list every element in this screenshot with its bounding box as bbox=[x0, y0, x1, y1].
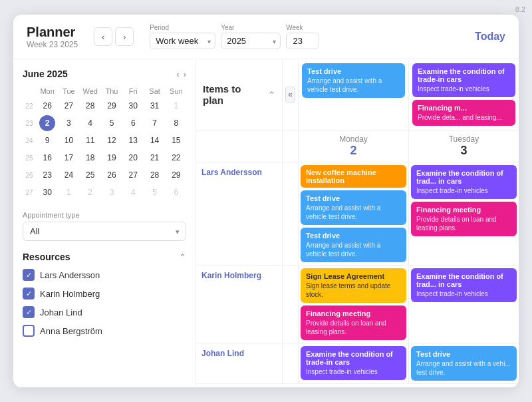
planner-title-block: Planner Week 23 2025 bbox=[27, 25, 78, 49]
spacer-col-johan bbox=[283, 343, 299, 383]
cal-day[interactable]: 17 bbox=[61, 150, 76, 166]
event-card-karin-financing[interactable]: Financing meeting Provide details on loa… bbox=[301, 305, 406, 340]
cal-day[interactable]: 29 bbox=[104, 98, 120, 114]
cal-day[interactable]: 3 bbox=[104, 184, 120, 200]
event-card-financing-top-tuesday[interactable]: Financing m... Provide deta... and leasi… bbox=[412, 100, 515, 126]
cal-prev-btn[interactable]: ‹ bbox=[176, 69, 179, 79]
resource-item-lars[interactable]: ✓ Lars Andersson bbox=[23, 269, 186, 281]
event-card-karin-sign-lease[interactable]: Sign Lease Agreement Sign lease terms an… bbox=[301, 268, 406, 303]
year-label: Year bbox=[221, 24, 281, 31]
cal-day[interactable]: 1 bbox=[61, 184, 76, 200]
event-card-lars-test-drive-1[interactable]: Test drive Arrange and assist with a veh… bbox=[301, 190, 406, 225]
appointment-type-select[interactable]: All Service Test Drive Financing bbox=[23, 222, 186, 241]
cal-day[interactable]: 26 bbox=[104, 167, 120, 183]
cal-day[interactable]: 28 bbox=[82, 98, 98, 114]
calendar-grid: Mon Tue Wed Thu Fri Sat Sun 22 26 27 28 … bbox=[23, 86, 186, 202]
week-input[interactable] bbox=[286, 33, 319, 49]
cal-day[interactable]: 5 bbox=[147, 184, 163, 200]
resource-checkbox-lars[interactable]: ✓ bbox=[23, 269, 35, 281]
cal-day[interactable]: 16 bbox=[39, 150, 55, 166]
cal-next-btn[interactable]: › bbox=[184, 69, 186, 79]
cal-day[interactable]: 30 bbox=[39, 184, 55, 200]
tuesday-top-events-col: Examine the condition of trade-in cars I… bbox=[409, 59, 519, 130]
event-card-johan-examine[interactable]: Examine the condition of trade-in cars I… bbox=[301, 346, 406, 380]
cal-day[interactable]: 31 bbox=[147, 98, 163, 114]
karin-tuesday-col: Examine the condition of trad... in cars… bbox=[409, 266, 519, 343]
cal-day[interactable]: 24 bbox=[61, 167, 76, 183]
event-card-lars-examine[interactable]: Examine the condition of trad... in cars… bbox=[411, 165, 517, 199]
prev-button[interactable]: ‹ bbox=[94, 27, 112, 46]
week-label: Week bbox=[286, 24, 319, 31]
event-card-karin-examine[interactable]: Examine the condition of trad... in cars… bbox=[411, 268, 517, 302]
event-card-lars-test-drive-2[interactable]: Test drive Arrange and assist with a veh… bbox=[301, 228, 406, 262]
cal-day[interactable]: 30 bbox=[125, 98, 141, 114]
cal-day[interactable]: 22 bbox=[168, 150, 184, 166]
event-card-title: Examine the condition of trad... in cars bbox=[416, 272, 511, 288]
cal-day[interactable]: 18 bbox=[82, 150, 98, 166]
cal-day[interactable]: 23 bbox=[39, 167, 55, 183]
cal-day[interactable]: 21 bbox=[147, 150, 163, 166]
cal-day[interactable]: 12 bbox=[104, 132, 120, 148]
cal-day[interactable]: 20 bbox=[125, 150, 141, 166]
checkmark-icon: ✓ bbox=[26, 290, 32, 298]
items-to-plan-collapse-button[interactable]: ⌃ bbox=[268, 90, 275, 100]
resource-item-karin[interactable]: ✓ Karin Holmberg bbox=[23, 288, 186, 300]
cal-day[interactable]: 14 bbox=[147, 132, 163, 148]
cal-day[interactable]: 7 bbox=[147, 115, 163, 131]
spacer-col-lars bbox=[283, 162, 299, 265]
resource-name-col-karin: Karin Holmberg bbox=[196, 266, 283, 343]
cal-day[interactable]: 29 bbox=[168, 167, 184, 183]
cal-day[interactable]: 9 bbox=[39, 132, 55, 148]
resource-name-col-johan: Johan Lind bbox=[196, 343, 283, 383]
cal-day-today[interactable]: 2 bbox=[39, 115, 55, 131]
event-card-title: Test drive bbox=[416, 350, 511, 358]
resources-toggle-button[interactable]: ⌃ bbox=[179, 252, 186, 262]
cal-day[interactable]: 6 bbox=[125, 115, 141, 131]
cal-day[interactable]: 8 bbox=[168, 115, 184, 131]
cal-day[interactable]: 26 bbox=[39, 98, 55, 114]
year-select[interactable]: 2025 2024 bbox=[221, 33, 281, 49]
cal-day[interactable]: 28 bbox=[147, 167, 163, 183]
cal-day[interactable]: 15 bbox=[168, 132, 184, 148]
event-card-johan-test-drive[interactable]: Test drive Arrange and assist with a veh… bbox=[411, 346, 517, 381]
cal-day[interactable]: 4 bbox=[82, 115, 98, 131]
orange-banner-coffee[interactable]: New coffee machine installation bbox=[301, 165, 406, 188]
today-button[interactable]: Today bbox=[475, 31, 505, 43]
resource-checkbox-anna[interactable] bbox=[23, 325, 35, 337]
resource-person-name-karin[interactable]: Karin Holmberg bbox=[201, 271, 261, 280]
event-card-desc: Arrange and assist with a vehicle test d… bbox=[306, 204, 401, 221]
cal-day[interactable]: 25 bbox=[82, 167, 98, 183]
event-card-title: Examine the condition of trad... in cars bbox=[416, 169, 511, 185]
cal-week-25: 25 16 17 18 19 20 21 22 bbox=[23, 150, 186, 166]
resource-person-name-johan[interactable]: Johan Lind bbox=[201, 349, 244, 358]
resource-item-anna[interactable]: Anna Bergström bbox=[23, 325, 186, 337]
resource-person-name-lars[interactable]: Lars Andersson bbox=[201, 168, 262, 177]
next-button[interactable]: › bbox=[115, 27, 134, 46]
resource-checkbox-johan[interactable]: ✓ bbox=[23, 306, 35, 318]
event-card-lars-financing[interactable]: Financing meeting Provide details on loa… bbox=[411, 202, 517, 236]
planner-container: Planner Week 23 2025 ‹ › Period Work wee… bbox=[13, 15, 519, 387]
day-name-tuesday: Tuesday bbox=[412, 134, 516, 144]
cal-day[interactable]: 5 bbox=[104, 115, 120, 131]
resource-row-karin: Karin Holmberg Sign Lease Agreement Sign… bbox=[196, 266, 519, 343]
cal-day[interactable]: 10 bbox=[61, 132, 76, 148]
cal-day[interactable]: 13 bbox=[125, 132, 141, 148]
period-select[interactable]: Work week Full week bbox=[150, 33, 215, 49]
cal-week-num-23: 23 bbox=[23, 115, 36, 131]
cal-day[interactable]: 1 bbox=[168, 98, 184, 114]
event-card-examine-top-tuesday[interactable]: Examine the condition of trade-in cars I… bbox=[412, 63, 515, 97]
cal-day[interactable]: 27 bbox=[125, 167, 141, 183]
event-card-desc: Inspect trade-in vehicles bbox=[418, 85, 510, 93]
event-card-test-drive-top-monday[interactable]: Test drive Arrange and assist with a veh… bbox=[302, 63, 405, 98]
collapse-arrow-button[interactable]: « bbox=[285, 87, 295, 102]
resource-item-johan[interactable]: ✓ Johan Lind bbox=[23, 306, 186, 318]
cal-day[interactable]: 3 bbox=[61, 115, 76, 131]
cal-day[interactable]: 11 bbox=[82, 132, 98, 148]
cal-day[interactable]: 2 bbox=[82, 184, 98, 200]
planner-title: Planner bbox=[27, 25, 78, 40]
resource-checkbox-karin[interactable]: ✓ bbox=[23, 288, 35, 300]
cal-day[interactable]: 19 bbox=[104, 150, 120, 166]
cal-day[interactable]: 27 bbox=[61, 98, 76, 114]
cal-day[interactable]: 4 bbox=[125, 184, 141, 200]
cal-day[interactable]: 6 bbox=[168, 184, 184, 200]
